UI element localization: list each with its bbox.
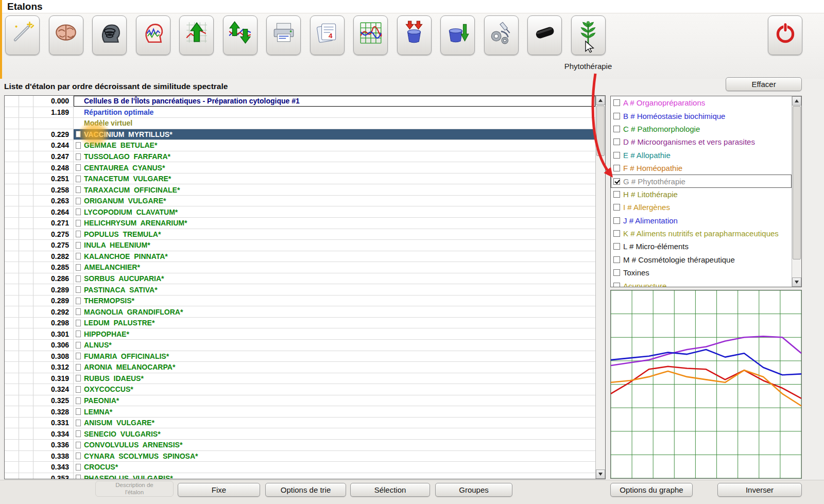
scroll-down-icon[interactable] (792, 277, 801, 287)
category-item[interactable]: F # Homéopathie (611, 162, 792, 175)
etalon-checkbox[interactable] (76, 397, 81, 404)
print-button[interactable] (266, 15, 301, 55)
etalon-checkbox[interactable] (76, 453, 81, 459)
category-checkbox[interactable] (613, 99, 620, 106)
etalon-row[interactable]: 0.275POPULUS TREMULA* (5, 229, 595, 240)
etalon-checkbox[interactable] (76, 331, 81, 337)
effacer-button[interactable]: Effacer (726, 77, 802, 91)
etalon-row[interactable]: 0.301HIPPOPHAE* (5, 328, 595, 340)
etalon-checkbox[interactable] (76, 242, 81, 249)
etalon-checkbox[interactable] (76, 286, 81, 293)
category-checkbox[interactable] (613, 243, 620, 250)
brain-button[interactable] (49, 15, 83, 55)
etalon-row[interactable]: Modèle virtuel (5, 118, 595, 129)
card-file-button[interactable]: 4 (310, 15, 345, 55)
category-item[interactable]: A # Organopréparations (611, 96, 792, 109)
options-tri-button[interactable]: Options de trie (265, 483, 346, 497)
etalon-row[interactable]: 0.319RUBUS IDAEUS* (5, 373, 595, 385)
scroll-down-icon[interactable] (596, 470, 605, 479)
etalon-checkbox[interactable] (76, 475, 81, 479)
micro-analysis-button[interactable] (484, 15, 519, 55)
category-checkbox[interactable] (613, 138, 620, 145)
etalon-checkbox[interactable] (76, 164, 81, 171)
etalon-row[interactable]: 0.263ORIGANUM VULGARE* (5, 196, 595, 207)
etalon-checkbox[interactable] (76, 264, 81, 271)
scroll-up-icon[interactable] (792, 96, 801, 106)
close-button[interactable] (768, 15, 802, 55)
etalon-checkbox[interactable] (76, 442, 81, 448)
category-checkbox[interactable] (613, 283, 620, 287)
chart-increase-button[interactable] (179, 15, 214, 55)
etalon-checkbox[interactable] (76, 364, 81, 371)
category-item[interactable]: D # Microorganismes et vers parasites (611, 135, 792, 148)
category-checkbox[interactable] (613, 191, 620, 198)
etalon-row[interactable]: 0.258TARAXACUM OFFICINALE* (5, 184, 595, 196)
etalon-row[interactable]: 0.289THERMOPSIS* (5, 296, 595, 307)
selection-button[interactable]: Sélection (350, 483, 430, 497)
scroll-up-icon[interactable] (596, 96, 605, 105)
category-item[interactable]: I # Allergènes (611, 201, 792, 214)
fixe-button[interactable]: Fixe (178, 483, 260, 497)
head-coil-button[interactable] (92, 15, 127, 55)
scrollbar-thumb[interactable] (596, 106, 605, 156)
category-item[interactable]: Acupuncture (611, 279, 792, 287)
etalon-row[interactable]: 0.336CONVOLVULUS ARNENSIS* (5, 440, 595, 451)
category-item[interactable]: K # Aliments nutritifs et parapharmaceut… (611, 227, 792, 240)
etalon-row[interactable]: 0.282KALANCHOE PINNATA* (5, 251, 595, 263)
etalon-row[interactable]: 0.324OXYCOCCUS* (5, 384, 595, 395)
category-checkbox[interactable] (613, 113, 620, 119)
etalon-row[interactable]: 0.353PHASEOLUS VULGARIS* (5, 473, 595, 479)
category-checkbox[interactable] (613, 165, 620, 171)
description-etalon-button[interactable]: Description de l'étalon (95, 481, 174, 497)
etalon-checkbox[interactable] (76, 142, 81, 149)
etalon-row[interactable]: 0.328LEMNA* (5, 406, 595, 418)
etalon-checkbox[interactable] (76, 275, 81, 282)
groupes-button[interactable]: Groupes (435, 483, 512, 497)
etalon-row[interactable]: 0.343CROCUS* (5, 462, 595, 473)
category-checkbox[interactable] (613, 217, 620, 224)
category-item[interactable]: J # Alimentation (611, 214, 792, 227)
etalon-checkbox[interactable] (76, 375, 81, 381)
category-item[interactable]: M # Cosmétologie thérapeutique (611, 253, 792, 266)
etalon-checkbox[interactable] (76, 176, 81, 182)
etalon-checkbox[interactable] (76, 464, 81, 471)
etalon-checkbox[interactable] (76, 131, 81, 137)
category-item[interactable]: L # Micro-éléments (611, 240, 792, 253)
category-item[interactable]: H # Litothérapie (611, 188, 792, 201)
etalon-row[interactable]: 0.285AMELANCHIER* (5, 262, 595, 273)
etalon-checkbox[interactable] (76, 386, 81, 393)
etalon-checkbox[interactable] (76, 420, 81, 426)
etalon-row[interactable]: 0.312ARONIA MELANOCARPA* (5, 362, 595, 373)
etalon-checkbox[interactable] (76, 408, 81, 415)
category-checkbox[interactable] (613, 178, 620, 185)
etalon-row[interactable]: 0.338CYNARA SCOLYMUS SPINOSA* (5, 451, 595, 462)
options-graphe-button[interactable]: Options du graphe (610, 483, 693, 497)
etalon-row[interactable]: 0.325PAEONIA* (5, 395, 595, 407)
etalon-row[interactable]: 0.308FUMARIA OFFICINALIS* (5, 351, 595, 362)
category-checkbox[interactable] (613, 256, 620, 263)
etalon-row[interactable]: 0.286SORBUS AUCUPARIA* (5, 273, 595, 285)
etalon-checkbox[interactable] (76, 231, 81, 237)
etalon-row[interactable]: 0.229VACCINIUM MYRTILLUS* (5, 129, 595, 141)
etalon-scrollbar[interactable] (595, 96, 605, 479)
etalon-row[interactable]: 0.289PASTINACA SATIVA* (5, 284, 595, 296)
eraser-button[interactable] (527, 15, 562, 55)
chart-compare-button[interactable] (223, 15, 258, 55)
etalon-checkbox[interactable] (76, 253, 81, 259)
container-unload-button[interactable] (440, 15, 475, 55)
inverser-button[interactable]: Inverser (717, 483, 802, 497)
etalon-row[interactable]: 0.275INULA HELENIUM* (5, 240, 595, 251)
etalon-row[interactable]: 0.306ALNUS* (5, 340, 595, 351)
etalon-row[interactable]: 0.331ANISUM VULGARE* (5, 418, 595, 429)
etalon-checkbox[interactable] (76, 320, 81, 326)
etalon-checkbox[interactable] (76, 342, 81, 349)
scrollbar-thumb[interactable] (793, 106, 801, 259)
etalon-row[interactable]: 0.244GEMMAE BETULAE* (5, 140, 595, 151)
etalon-row[interactable]: 0.000Cellules B de l'Îlots pancréatiques… (5, 96, 595, 107)
etalon-row[interactable]: 0.251TANACETUM VULGARE* (5, 173, 595, 185)
etalon-checkbox[interactable] (76, 186, 81, 193)
etalon-row[interactable]: 0.334SENECIO VULGARIS* (5, 428, 595, 440)
etalon-row[interactable]: 0.271HELICHRYSUM ARENARIUM* (5, 218, 595, 229)
etalon-row[interactable]: 0.292MAGNOLIA GRANDIFLORA* (5, 306, 595, 318)
etalon-checkbox[interactable] (76, 430, 81, 437)
